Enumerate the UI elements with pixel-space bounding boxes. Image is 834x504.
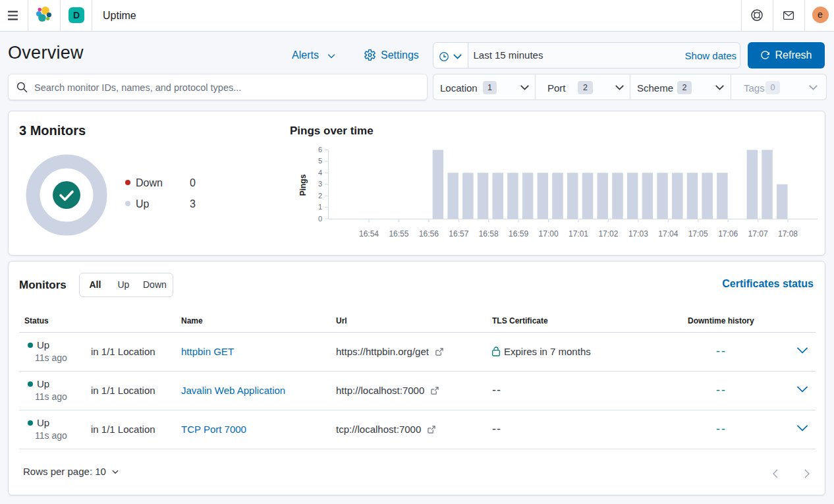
svg-text:17:06: 17:06 — [718, 229, 738, 238]
svg-text:17:08: 17:08 — [778, 229, 798, 238]
svg-text:17:04: 17:04 — [658, 229, 678, 238]
svg-text:16:55: 16:55 — [389, 229, 408, 238]
svg-text:16:58: 16:58 — [479, 229, 499, 238]
svg-text:2: 2 — [318, 192, 322, 200]
svg-text:0: 0 — [318, 215, 322, 223]
svg-text:16:59: 16:59 — [509, 229, 528, 238]
svg-text:16:54: 16:54 — [359, 229, 379, 238]
svg-text:4: 4 — [318, 169, 322, 177]
svg-text:16:57: 16:57 — [449, 229, 468, 238]
svg-text:1: 1 — [318, 203, 322, 211]
svg-text:17:03: 17:03 — [628, 229, 648, 238]
svg-text:17:05: 17:05 — [688, 229, 708, 238]
svg-text:17:00: 17:00 — [539, 229, 559, 238]
svg-text:17:01: 17:01 — [569, 229, 588, 238]
svg-text:17:07: 17:07 — [748, 229, 768, 238]
svg-text:17:02: 17:02 — [598, 229, 618, 238]
svg-text:3: 3 — [318, 180, 322, 188]
svg-text:6: 6 — [318, 146, 322, 154]
svg-text:Pings: Pings — [298, 174, 308, 196]
svg-text:16:56: 16:56 — [419, 229, 439, 238]
svg-text:5: 5 — [318, 157, 322, 165]
